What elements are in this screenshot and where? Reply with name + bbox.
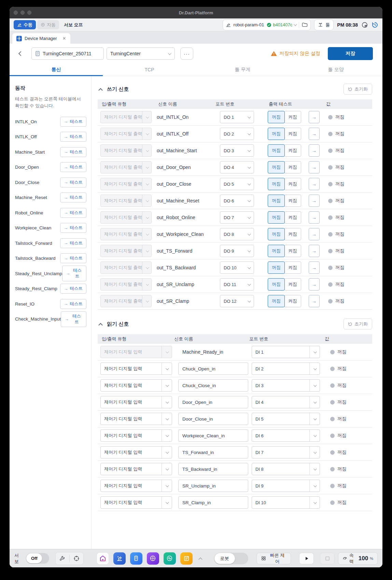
port-select[interactable]: DI 4 (252, 396, 320, 408)
auto-mode-button[interactable]: 자동 (37, 20, 59, 29)
io-type-select[interactable]: 제어기 디지털 출력 (100, 144, 152, 157)
port-select[interactable]: DO 5 (220, 178, 254, 190)
port-select[interactable]: DI 5 (252, 413, 320, 425)
signal-name-input[interactable]: SR_Unclamp_in (178, 480, 248, 492)
pendant-app-icon[interactable] (130, 552, 142, 565)
close-tab-icon[interactable]: ✕ (62, 36, 66, 41)
log-app-icon[interactable] (180, 552, 193, 565)
io-type-select[interactable]: 제어기 디지털 출력 (100, 278, 152, 291)
io-type-select[interactable]: 제어기 디지털 출력 (100, 211, 152, 224)
port-select[interactable]: DO 7 (220, 211, 254, 224)
test-button[interactable]: →테스트 (60, 178, 86, 187)
signal-name-input[interactable]: Door_Close_in (178, 413, 248, 425)
view-tab[interactable]: TCP (103, 63, 196, 76)
io-type-select[interactable]: 제어기 디지털 입력 (100, 379, 172, 392)
apply-output-button[interactable]: → (309, 295, 320, 307)
apply-output-button[interactable]: → (309, 195, 320, 207)
io-type-select[interactable]: 제어기 디지털 입력 (100, 363, 172, 375)
off-button[interactable]: 꺼짐 (268, 195, 285, 207)
device-name-input[interactable]: TurningCenter_250711 (31, 47, 104, 60)
apply-output-button[interactable]: → (309, 261, 320, 274)
off-button[interactable]: 꺼짐 (268, 278, 285, 291)
port-select[interactable]: DI 6 (252, 429, 320, 442)
test-button[interactable]: →테스트 (60, 117, 86, 127)
io-type-select[interactable]: 제어기 디지털 입력 (100, 346, 172, 358)
on-button[interactable]: 켜짐 (284, 211, 301, 224)
on-button[interactable]: 켜짐 (284, 278, 301, 291)
back-button[interactable] (18, 51, 23, 56)
speed-indicator[interactable]: 속력 100 % (338, 552, 378, 565)
save-button[interactable]: 저장 (328, 47, 373, 60)
on-button[interactable]: 켜짐 (284, 228, 301, 240)
on-button[interactable]: 켜짐 (284, 295, 301, 307)
port-select[interactable]: DO 11 (220, 278, 254, 291)
history-icon[interactable] (372, 22, 378, 28)
reset-read-button[interactable]: 초기화 (344, 319, 372, 329)
off-button[interactable]: 꺼짐 (268, 111, 285, 123)
on-button[interactable]: 켜짐 (284, 144, 301, 157)
io-type-select[interactable]: 제어기 디지털 입력 (100, 446, 172, 458)
port-select[interactable]: DI 1 (252, 346, 320, 358)
user-globe-icon[interactable] (361, 22, 368, 28)
port-select[interactable]: DO 3 (220, 144, 254, 157)
apply-output-button[interactable]: → (309, 128, 320, 140)
build-id-dropdown[interactable]: b401407c (267, 22, 296, 27)
port-select[interactable]: DO 4 (220, 161, 254, 173)
on-button[interactable]: 켜짐 (284, 195, 301, 207)
io-type-select[interactable]: 제어기 디지털 입력 (100, 463, 172, 475)
port-select[interactable]: DO 9 (220, 245, 254, 257)
apply-output-button[interactable]: → (309, 228, 320, 240)
test-button[interactable]: →테스트 (60, 132, 86, 142)
view-tab[interactable]: 툴 무게 (196, 63, 289, 76)
port-select[interactable]: DI 3 (252, 379, 320, 392)
io-type-select[interactable]: 제어기 디지털 입력 (100, 480, 172, 492)
reset-write-button[interactable]: 초기화 (344, 84, 372, 95)
view-tab[interactable]: 통신 (10, 63, 103, 76)
on-button[interactable]: 켜짐 (284, 245, 301, 257)
off-button[interactable]: 꺼짐 (268, 245, 285, 257)
apply-output-button[interactable]: → (309, 111, 320, 123)
off-button[interactable]: 꺼짐 (268, 128, 285, 140)
io-type-select[interactable]: 제어기 디지털 입력 (100, 496, 172, 509)
signal-name-input[interactable]: Chuck_Open_in (178, 363, 248, 375)
test-button[interactable]: →테스트 (62, 266, 86, 281)
port-select[interactable]: DI 10 (252, 496, 320, 509)
robot-toggle[interactable]: 로봇 (214, 553, 249, 564)
move-robot-button[interactable] (70, 555, 83, 562)
io-type-select[interactable]: 제어기 디지털 출력 (100, 295, 152, 307)
quick-control-button[interactable]: 빠른 제어 (256, 553, 291, 564)
port-select[interactable]: DO 12 (220, 295, 254, 307)
tool-button[interactable]: 툴 (314, 19, 334, 30)
signal-name-input[interactable]: TS_Forward_in (178, 446, 248, 458)
signal-name-input[interactable]: Chuck_Close_in (178, 379, 248, 392)
off-button[interactable]: 꺼짐 (268, 295, 285, 307)
io-type-select[interactable]: 제어기 디지털 출력 (100, 128, 152, 140)
signal-name-input[interactable]: Workpiece_Clean_in (178, 429, 248, 442)
signal-name-input[interactable]: Door_Open_in (178, 396, 248, 408)
off-button[interactable]: 꺼짐 (268, 211, 285, 224)
apply-output-button[interactable]: → (309, 144, 320, 157)
test-button[interactable]: →테스트 (60, 223, 86, 233)
off-button[interactable]: 꺼짐 (268, 178, 285, 190)
io-type-select[interactable]: 제어기 디지털 출력 (100, 261, 152, 274)
view-tab[interactable]: 툴 모양 (289, 63, 382, 76)
apply-output-button[interactable]: → (309, 211, 320, 224)
off-button[interactable]: 꺼짐 (268, 228, 285, 240)
folder-icon[interactable] (302, 22, 308, 27)
port-select[interactable]: DO 6 (220, 195, 254, 207)
port-select[interactable]: DO 1 (220, 111, 254, 123)
io-type-select[interactable]: 제어기 디지털 출력 (100, 195, 152, 207)
on-button[interactable]: 켜짐 (284, 161, 301, 173)
io-type-select[interactable]: 제어기 디지털 입력 (100, 429, 172, 442)
io-type-select[interactable]: 제어기 디지털 입력 (100, 396, 172, 408)
jog-tool-button[interactable] (56, 555, 69, 561)
off-button[interactable]: 꺼짐 (268, 161, 285, 173)
io-type-select[interactable]: 제어기 디지털 출력 (100, 228, 152, 240)
more-options-button[interactable]: ··· (180, 47, 193, 60)
stop-button[interactable] (320, 553, 335, 564)
manual-mode-button[interactable]: 수동 (14, 20, 36, 29)
test-button[interactable]: →테스트 (60, 147, 86, 157)
monitor-app-icon[interactable] (164, 552, 176, 565)
io-type-select[interactable]: 제어기 디지털 출력 (100, 245, 152, 257)
test-button[interactable]: →테스트 (60, 193, 86, 202)
